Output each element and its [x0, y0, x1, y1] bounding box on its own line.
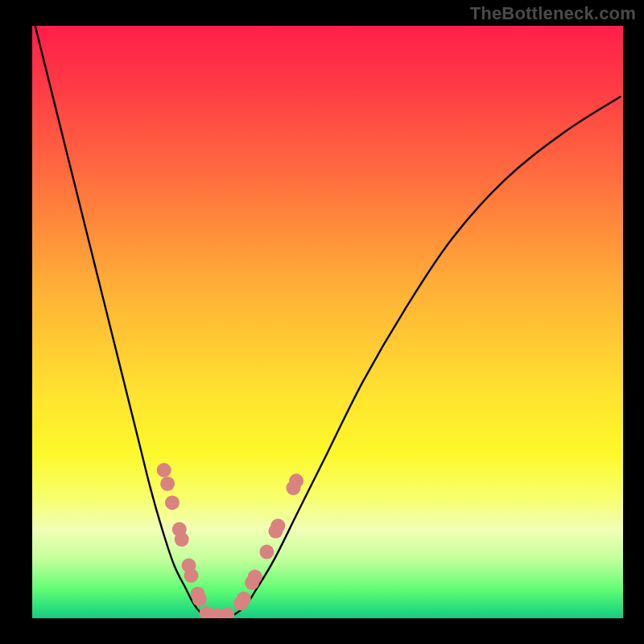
- chart-overlay: [32, 26, 623, 618]
- data-marker: [270, 518, 285, 533]
- data-marker: [220, 608, 234, 618]
- data-marker: [184, 568, 198, 583]
- data-marker: [192, 592, 207, 606]
- marker-group: [157, 463, 303, 618]
- data-marker: [175, 532, 189, 547]
- chart-stage: TheBottleneck.com: [0, 0, 644, 644]
- data-marker: [237, 592, 251, 606]
- data-marker: [289, 473, 303, 488]
- watermark-label: TheBottleneck.com: [470, 3, 636, 24]
- data-marker: [157, 463, 171, 477]
- data-marker: [259, 545, 274, 559]
- data-marker: [160, 477, 175, 491]
- data-marker: [248, 569, 262, 584]
- data-marker: [165, 495, 180, 510]
- curve-right-branch: [233, 97, 621, 615]
